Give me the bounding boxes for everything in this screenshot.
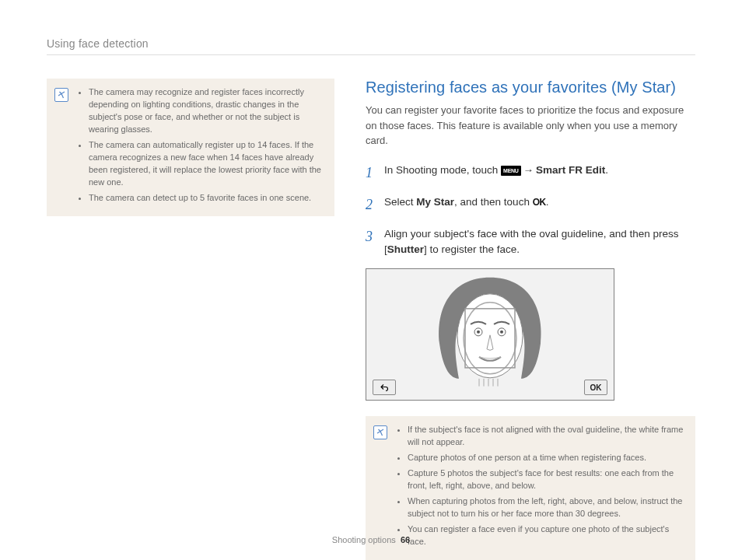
note-item: Capture 5 photos the subject's face for … — [408, 467, 684, 492]
note-item: The camera may recognize and register fa… — [89, 86, 324, 136]
step-text: Align your subject's face with the oval … — [384, 226, 695, 258]
ok-button[interactable]: OK — [584, 380, 607, 395]
note-item: The camera can detect up to 5 favorite f… — [89, 192, 324, 205]
step-number: 2 — [366, 194, 376, 215]
note-icon — [373, 425, 387, 439]
step-2: 2 Select My Star, and then touch OK. — [366, 194, 695, 215]
note-item: If the subject's face is not aligned wit… — [408, 424, 684, 449]
page-footer: Shooting options 66 — [0, 535, 742, 544]
note-item: The camera can automatically register up… — [89, 139, 324, 189]
columns: The camera may recognize and register fa… — [47, 79, 695, 560]
left-column: The camera may recognize and register fa… — [47, 79, 334, 560]
svg-point-2 — [477, 331, 480, 334]
note-item: Capture photos of one person at a time w… — [408, 452, 684, 464]
step-number: 3 — [366, 226, 376, 258]
right-column: Registering faces as your favorites (My … — [366, 79, 695, 560]
note-icon — [54, 88, 68, 102]
page-header: Using face detection — [47, 37, 695, 55]
note-box-left: The camera may recognize and register fa… — [47, 79, 334, 216]
step-1: 1 In Shooting mode, touch MENU → Smart F… — [366, 163, 695, 184]
back-button[interactable] — [373, 380, 396, 395]
svg-point-4 — [500, 331, 503, 334]
page: Using face detection The camera may reco… — [0, 0, 742, 560]
illustration-frame: OK — [366, 268, 614, 401]
note-list-right: If the subject's face is not aligned wit… — [395, 424, 684, 551]
footer-section: Shooting options — [332, 535, 396, 544]
step-text: In Shooting mode, touch MENU → Smart FR … — [384, 163, 695, 184]
steps-list: 1 In Shooting mode, touch MENU → Smart F… — [366, 163, 695, 258]
ok-icon: OK — [533, 195, 546, 209]
face-illustration — [404, 270, 576, 390]
section-title: Registering faces as your favorites (My … — [366, 79, 695, 96]
step-text: Select My Star, and then touch OK. — [384, 194, 695, 215]
menu-icon: MENU — [501, 166, 520, 177]
step-3: 3 Align your subject's face with the ova… — [366, 226, 695, 258]
note-item: When capturing photos from the left, rig… — [408, 495, 684, 520]
note-list-left: The camera may recognize and register fa… — [76, 86, 324, 207]
step-number: 1 — [366, 163, 376, 184]
section-description: You can register your favorite faces to … — [366, 103, 695, 149]
page-number: 66 — [401, 535, 410, 544]
